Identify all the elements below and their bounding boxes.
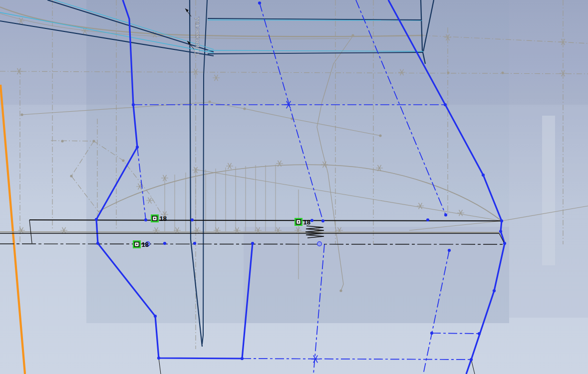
centerline-horizontal-bottom[interactable] [242, 359, 471, 360]
sketch-point[interactable] [163, 242, 166, 245]
sketch-point[interactable] [444, 213, 447, 216]
sketch-point[interactable] [482, 174, 485, 177]
plane-face-lower-mid [244, 227, 509, 323]
sketch-point[interactable] [96, 242, 99, 245]
cad-viewport[interactable]: 181818 Плоскость1 [0, 0, 588, 374]
reference-point [379, 134, 381, 137]
sketch-point[interactable] [470, 358, 473, 361]
background-plane-faces-layer [0, 0, 588, 323]
relation-marker-2[interactable]: 18 [294, 218, 310, 226]
relation-marker-1[interactable]: 18 [151, 214, 167, 222]
reference-point [61, 140, 63, 142]
plane-name-label[interactable]: Плоскость1 [193, 16, 201, 55]
sketch-edge-bottom-right[interactable] [471, 360, 475, 374]
sketch-point[interactable] [448, 249, 451, 252]
reference-point [70, 175, 72, 177]
sketch-point[interactable] [310, 219, 313, 222]
construction-asterisk-icon [60, 227, 67, 233]
relation-marker-3[interactable]: 18 [133, 240, 149, 248]
relation-marker-label: 18 [303, 218, 310, 226]
relation-marker-label: 18 [160, 215, 167, 222]
centerline-horizontal-small[interactable] [432, 333, 479, 334]
sketch-point[interactable] [444, 103, 447, 106]
on-edge-icon-dot [154, 218, 156, 219]
sketch-point[interactable] [258, 1, 261, 4]
reference-point [92, 140, 95, 142]
sketch-point[interactable] [478, 332, 481, 335]
sketch-point[interactable] [144, 218, 147, 221]
sketch-point[interactable] [154, 315, 157, 318]
reference-point [447, 71, 449, 74]
reference-point [243, 107, 246, 110]
plane-edge-soft-band [542, 116, 555, 265]
sketch-point[interactable] [136, 146, 139, 149]
sketch-point[interactable] [191, 218, 194, 221]
sketch-edge-bottom-left[interactable] [159, 358, 161, 374]
on-edge-icon-dot [136, 244, 138, 245]
sketch-point[interactable] [251, 242, 254, 245]
sketch-point[interactable] [321, 219, 324, 222]
reference-horizontal-465 [0, 232, 499, 232]
reference-point [20, 113, 23, 116]
sketch-point[interactable] [193, 242, 196, 245]
sketch-scene: 181818 Плоскость1 [0, 0, 588, 374]
sketch-point[interactable] [132, 103, 135, 106]
reference-edge-orange [0, 85, 25, 374]
reference-point [339, 289, 342, 292]
sketch-point[interactable] [241, 357, 244, 360]
sketch-asterisk-icon[interactable] [311, 356, 320, 363]
reference-point [351, 34, 354, 36]
relation-marker-label: 18 [142, 241, 149, 248]
reference-point [501, 71, 504, 74]
sketch-point[interactable] [95, 218, 98, 221]
sketch-point[interactable] [317, 242, 322, 246]
sketch-point[interactable] [500, 219, 503, 222]
sketch-point[interactable] [503, 242, 506, 245]
sketch-point[interactable] [499, 230, 502, 233]
on-edge-icon-dot [298, 221, 299, 223]
sketch-point[interactable] [426, 218, 429, 221]
sketch-point[interactable] [430, 332, 433, 335]
plane-face-top [0, 0, 588, 105]
sketch-point[interactable] [157, 357, 160, 360]
construction-asterisk-icon [18, 227, 25, 233]
sketch-point[interactable] [493, 289, 496, 292]
reference-point [208, 100, 211, 103]
reference-point [122, 159, 124, 162]
